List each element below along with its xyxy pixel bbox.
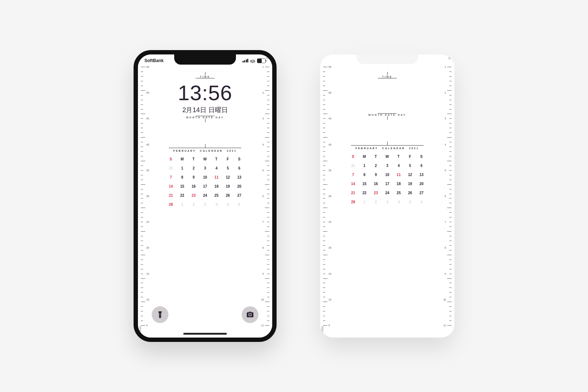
divider-tick bbox=[387, 142, 388, 145]
wallpaper-mockup: 555045403530252015105 1/500 123456789101… bbox=[320, 54, 454, 338]
calendar-weekday: M bbox=[359, 155, 370, 159]
calendar-weekday: M bbox=[176, 157, 188, 161]
calendar-divider bbox=[351, 145, 424, 146]
calendar-day: 5 bbox=[404, 200, 416, 204]
calendar-divider bbox=[169, 148, 241, 148]
calendar-day: 1 bbox=[176, 203, 188, 207]
calendar-weekday: S bbox=[416, 155, 427, 159]
calendar-day: 1 bbox=[176, 166, 188, 170]
calendar-day: 4 bbox=[393, 164, 404, 168]
calendar-day: 31 bbox=[347, 164, 359, 168]
ruler-tick-label: 55 bbox=[328, 66, 331, 68]
calendar-day: 22 bbox=[176, 193, 188, 197]
calendar-day: 19 bbox=[404, 182, 416, 186]
calendar-day: 12 bbox=[404, 173, 416, 177]
time-section-label: TIME bbox=[138, 75, 272, 78]
calendar-day: 25 bbox=[393, 191, 404, 195]
calendar-day: 11 bbox=[393, 173, 404, 177]
ruler-tick-label: 55 bbox=[146, 66, 149, 68]
calendar-day: 20 bbox=[234, 184, 245, 188]
carrier-label: SoftBank bbox=[144, 58, 164, 63]
calendar-day: 7 bbox=[165, 175, 176, 179]
calendar-day: 4 bbox=[393, 200, 404, 204]
status-bar: SoftBank bbox=[138, 57, 272, 65]
phone-mockup-framed: SoftBank 555045403530252015105 1/500 123… bbox=[134, 50, 277, 342]
calendar-day: 10 bbox=[381, 173, 393, 177]
calendar-weekday: T bbox=[370, 155, 381, 159]
calendar-day: 17 bbox=[199, 184, 211, 188]
calendar-day: 6 bbox=[234, 166, 245, 170]
calendar-day: 21 bbox=[347, 191, 359, 195]
divider-tick bbox=[205, 72, 205, 75]
signal-icon bbox=[242, 59, 249, 62]
battery-icon bbox=[257, 58, 266, 63]
calendar-day: 2 bbox=[188, 166, 199, 170]
flashlight-icon bbox=[156, 311, 164, 319]
calendar-day: 15 bbox=[176, 184, 188, 188]
wallpaper-screen: 555045403530252015105 1/500 123456789101… bbox=[320, 54, 454, 338]
calendar-day: 13 bbox=[234, 175, 245, 179]
calendar-day: 23 bbox=[370, 191, 381, 195]
calendar-day: 2 bbox=[370, 200, 381, 204]
calendar-day: 9 bbox=[370, 173, 381, 177]
calendar-day: 6 bbox=[416, 200, 427, 204]
date-section-label: MONTH DATE DAY bbox=[320, 114, 454, 116]
divider-tick bbox=[387, 72, 388, 75]
calendar-day: 7 bbox=[347, 173, 359, 177]
calendar-day: 3 bbox=[199, 203, 211, 207]
calendar-grid: SMTWTFS311234567891011121314151617181920… bbox=[347, 155, 427, 204]
calendar-day: 13 bbox=[416, 173, 427, 177]
calendar-day: 19 bbox=[222, 184, 233, 188]
calendar-day: 27 bbox=[416, 191, 427, 195]
calendar-weekday: F bbox=[404, 155, 416, 159]
calendar-day: 9 bbox=[188, 175, 199, 179]
calendar-day: 4 bbox=[211, 166, 222, 170]
calendar-day: 16 bbox=[370, 182, 381, 186]
flashlight-button[interactable] bbox=[152, 306, 168, 323]
calendar-day: 24 bbox=[381, 191, 393, 195]
calendar-day: 14 bbox=[165, 184, 176, 188]
calendar-day: 2 bbox=[370, 164, 381, 168]
home-indicator[interactable] bbox=[183, 333, 227, 335]
divider-tick bbox=[205, 119, 205, 122]
divider-tick bbox=[387, 116, 388, 120]
calendar-day: 1 bbox=[359, 200, 370, 204]
clock-time: 13:56 bbox=[138, 81, 272, 105]
wallpaper-content: TIME MONTH DATE DAY FEBRUARY CALENDAR 20… bbox=[320, 68, 454, 338]
date-section-label: MONTH DATE DAY bbox=[138, 116, 272, 119]
calendar-day: 21 bbox=[165, 193, 176, 197]
calendar-day: 23 bbox=[188, 193, 199, 197]
calendar-day: 1 bbox=[359, 164, 370, 168]
calendar-grid: SMTWTFS311234567891011121314151617181920… bbox=[165, 157, 245, 207]
calendar-weekday: W bbox=[381, 155, 393, 159]
calendar-day: 6 bbox=[234, 203, 245, 207]
calendar-day: 28 bbox=[347, 200, 359, 204]
calendar-day: 22 bbox=[359, 191, 370, 195]
wifi-icon bbox=[250, 59, 255, 63]
divider-tick bbox=[205, 144, 205, 148]
calendar-day: 25 bbox=[211, 193, 222, 197]
calendar-day: 16 bbox=[188, 184, 199, 188]
calendar-day: 31 bbox=[165, 166, 176, 170]
calendar-day: 18 bbox=[393, 182, 404, 186]
ruler-right-unit: 1/100 bbox=[448, 54, 451, 60]
calendar-day: 20 bbox=[416, 182, 427, 186]
calendar-day: 3 bbox=[381, 200, 393, 204]
calendar-day: 4 bbox=[211, 203, 222, 207]
time-section-label: TIME bbox=[320, 75, 454, 78]
calendar-day: 5 bbox=[404, 164, 416, 168]
ruler-tick-label: 1 bbox=[262, 66, 264, 68]
calendar-day: 15 bbox=[359, 182, 370, 186]
camera-button[interactable] bbox=[242, 306, 258, 323]
calendar-day: 17 bbox=[381, 182, 393, 186]
calendar-day: 5 bbox=[222, 203, 233, 207]
calendar-day: 3 bbox=[381, 164, 393, 168]
calendar-weekday: T bbox=[188, 157, 199, 161]
calendar-day: 14 bbox=[347, 182, 359, 186]
calendar-day: 10 bbox=[199, 175, 211, 179]
calendar-day: 8 bbox=[176, 175, 188, 179]
divider-line bbox=[196, 78, 215, 78]
calendar-day: 18 bbox=[211, 184, 222, 188]
calendar-day: 27 bbox=[234, 193, 245, 197]
calendar-weekday: S bbox=[234, 157, 245, 161]
